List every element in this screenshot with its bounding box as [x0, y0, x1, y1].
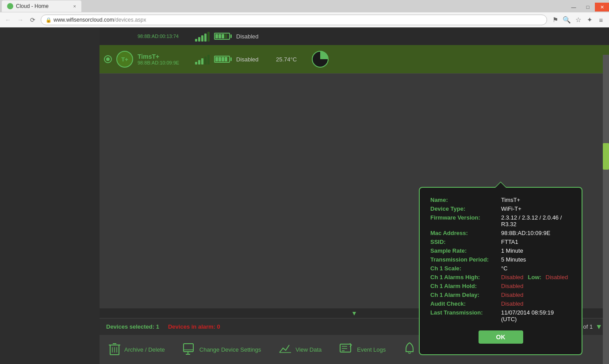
batt-seg-2 [218, 57, 221, 61]
device-radio-button[interactable] [104, 55, 112, 63]
scrollbar-thumb[interactable] [603, 143, 609, 170]
signal-bar-4 [204, 34, 207, 42]
device-row-selected[interactable]: T+ TimsT+ 98:8B:AD:10:09:9E [100, 45, 609, 74]
device-name-column: TimsT+ 98:8B:AD:10:09:9E [138, 53, 191, 65]
battery-seg-2 [218, 34, 221, 38]
prop-ch1-delay-row: Ch 1 Alarm Delay: Disabled [430, 292, 571, 298]
sig-bar-1 [195, 62, 197, 64]
prop-sample-rate-label: Sample Rate: [430, 247, 501, 254]
reload-button[interactable]: ⟳ [28, 15, 37, 24]
prop-sample-rate-row: Sample Rate: 1 Minute [430, 247, 571, 254]
prop-name-value: TimsT+ [501, 197, 520, 203]
battery-selected [214, 56, 232, 63]
event-logs-icon [339, 342, 353, 356]
change-settings-label: Change Device Settings [199, 346, 261, 353]
prop-last-transmission-row: Last Transmission: 11/07/2014 08:59:19 (… [430, 309, 571, 322]
pie-chart [311, 50, 329, 68]
prop-ch1-scale-label: Ch 1 Scale: [430, 265, 501, 272]
url-domain: www.wifisensorcloud.com [54, 17, 114, 23]
sig-bar-4 [204, 57, 207, 64]
svg-rect-7 [184, 344, 193, 352]
prop-ssid-row: SSID: FTTA1 [430, 239, 571, 245]
svg-rect-12 [340, 344, 351, 352]
archive-delete-button[interactable]: Archive / Delete [108, 341, 165, 357]
tab-title: Cloud - Home [16, 3, 49, 9]
back-button[interactable]: ← [4, 15, 12, 24]
prop-ch1-alarms-high-value: Disabled [501, 274, 524, 281]
device-status: Disabled [236, 56, 272, 63]
close-button[interactable]: ✕ [595, 3, 609, 11]
sig-bar-2 [198, 60, 200, 64]
prop-ch1-hold-label: Ch 1 Alarm Hold: [430, 283, 501, 289]
ok-button[interactable]: OK [479, 330, 523, 344]
prop-ch1-delay-label: Ch 1 Alarm Delay: [430, 292, 501, 298]
prop-sample-rate-value: 1 Minute [501, 247, 523, 254]
battery-seg-3 [222, 34, 224, 38]
change-settings-button[interactable]: Change Device Settings [183, 342, 261, 357]
maximize-button[interactable]: □ [581, 3, 595, 11]
view-data-button[interactable]: View Data [279, 343, 322, 356]
extensions-icon[interactable]: ✦ [585, 15, 594, 24]
prop-ch1-alarms-row: Ch 1 Alarms High: Disabled Low: Disabled [430, 274, 571, 281]
archive-delete-label: Archive / Delete [124, 346, 165, 353]
scroll-down-arrow-icon: ▼ [351, 310, 357, 317]
batt-seg-4 [225, 57, 227, 61]
browser-chrome: Cloud - Home × — □ ✕ ← → ⟳ 🔒 www.wifisen… [0, 0, 609, 27]
devices-alarm-status: Devices in alarm: 0 [168, 323, 220, 330]
bookmark-icon[interactable]: ⚑ [551, 15, 559, 24]
view-data-label: View Data [295, 346, 322, 353]
device-icon: T+ [116, 51, 133, 68]
prop-ch1-alarms-low-label: Low: [528, 274, 546, 281]
tab-close-button[interactable]: × [73, 4, 76, 9]
tab-favicon-icon [7, 3, 13, 9]
sidebar [0, 27, 100, 364]
event-logs-label: Event Logs [357, 346, 386, 353]
url-path: /devices.aspx [114, 17, 146, 23]
batt-seg-3 [222, 57, 224, 61]
sig-bar-3 [201, 58, 203, 64]
prop-transmission-row: Transmission Period: 5 Minutes [430, 256, 571, 263]
device-name: TimsT+ [138, 53, 191, 60]
url-secure-icon: 🔒 [46, 17, 52, 23]
device-temp: 25.74°C [276, 56, 307, 63]
signal-bar-2 [198, 37, 200, 42]
device-settings-icon [183, 342, 196, 357]
star-icon[interactable]: ☆ [574, 15, 582, 24]
menu-icon[interactable]: ≡ [597, 15, 605, 24]
prop-mac-label: Mac Address: [430, 230, 501, 236]
partial-device-row: 98:8B:AD:00:13:74 Disabled [100, 27, 609, 45]
prop-mac-row: Mac Address: 98:8B:AD:10:09:9E [430, 230, 571, 236]
signal-bar-3 [201, 35, 203, 42]
prop-last-transmission-label: Last Transmission: [430, 309, 501, 316]
url-input[interactable]: 🔒 www.wifisensorcloud.com /devices.aspx [41, 15, 547, 25]
prop-audit-value: Disabled [501, 300, 524, 307]
batt-seg-1 [215, 57, 218, 61]
sig-bar-5 [207, 55, 210, 64]
browser-tab[interactable]: Cloud - Home × [2, 0, 81, 12]
battery-body-partial [214, 33, 230, 40]
window-controls: — □ ✕ [567, 3, 609, 11]
prop-audit-row: Audit Check: Disabled [430, 300, 571, 307]
prop-ch1-delay-value: Disabled [501, 292, 524, 298]
prop-firmware-value: 2.3.12 / 2.3.12 / 2.0.46 / R3.32 [501, 214, 571, 228]
devices-selected-status: Devices selected: 1 [106, 323, 159, 330]
browser-toolbar-icons: ⚑ 🔍 ☆ ✦ ≡ [551, 15, 605, 24]
prop-ch1-hold-value: Disabled [501, 283, 524, 289]
event-logs-button[interactable]: Event Logs [339, 342, 386, 356]
prop-audit-label: Audit Check: [430, 300, 501, 307]
prop-transmission-value: 5 Minutes [501, 256, 526, 263]
prop-ch1-alarms-low-value: Disabled [546, 274, 568, 281]
search-icon[interactable]: 🔍 [562, 15, 571, 24]
prop-firmware-label: Firmware Version: [430, 214, 501, 221]
page-down-arrow[interactable]: ▼ [595, 323, 602, 331]
forward-button[interactable]: → [16, 15, 25, 24]
right-scrollbar[interactable] [603, 55, 609, 364]
battery-body-selected [214, 56, 230, 63]
signal-bar-5 [207, 32, 210, 42]
prop-device-type-label: Device Type: [430, 205, 501, 212]
prop-name-label: Name: [430, 197, 501, 203]
prop-ssid-label: SSID: [430, 239, 501, 245]
prop-ch1-scale-row: Ch 1 Scale: °C [430, 265, 571, 272]
minimize-button[interactable]: — [567, 3, 581, 11]
prop-mac-value: 98:8B:AD:10:09:9E [501, 230, 550, 236]
